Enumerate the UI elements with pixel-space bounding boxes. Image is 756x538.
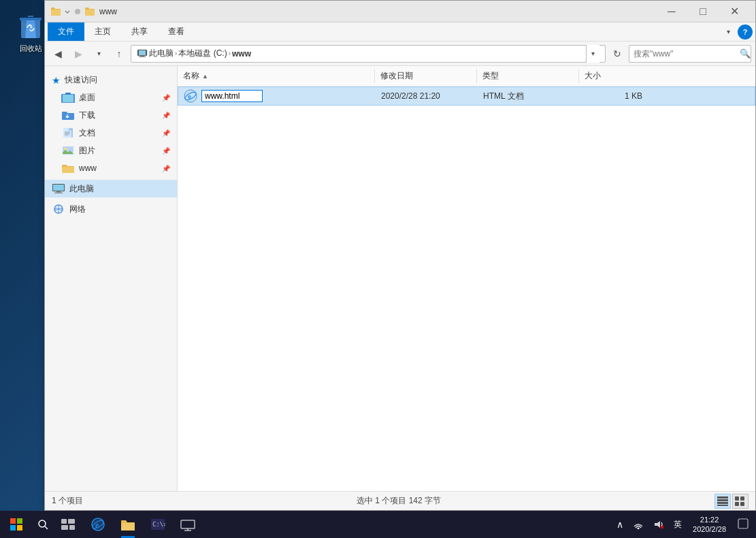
large-icons-view-button[interactable]: [732, 494, 749, 509]
ribbon-tab-home[interactable]: 主页: [84, 22, 121, 41]
main-area: ★ 快速访问 桌面 📌: [45, 66, 755, 491]
svg-rect-45: [68, 519, 75, 524]
sound-icon: [653, 520, 664, 529]
column-modified[interactable]: 修改日期: [375, 69, 477, 83]
tray-chevron-button[interactable]: ∧: [612, 511, 627, 538]
table-row[interactable]: e 2020/2/28 21:20 HTML 文档 1 KB: [178, 86, 755, 106]
close-button[interactable]: ✕: [719, 1, 750, 22]
file-explorer-button[interactable]: [113, 511, 143, 538]
breadcrumb-disk: 本地磁盘 (C:): [178, 48, 227, 59]
documents-icon: [61, 127, 75, 139]
svg-rect-11: [63, 95, 73, 102]
sidebar-item-desktop[interactable]: 桌面 📌: [45, 89, 177, 106]
sidebar-item-www[interactable]: www 📌: [45, 159, 177, 177]
cmd-button[interactable]: C:\>_: [143, 511, 173, 538]
recent-locations-button[interactable]: ▾: [90, 45, 108, 63]
clock-area[interactable]: 21:22 2020/2/28: [687, 515, 732, 535]
svg-rect-21: [53, 185, 64, 191]
title-folder2-icon: [84, 6, 95, 17]
svg-rect-34: [735, 496, 739, 501]
ribbon-tab-share[interactable]: 共享: [121, 22, 158, 41]
details-view-button[interactable]: [714, 494, 731, 509]
svg-rect-8: [140, 56, 144, 57]
ribbon-tab-view[interactable]: 查看: [158, 22, 195, 41]
start-button[interactable]: [0, 511, 33, 538]
sidebar-www-label: www: [79, 163, 97, 173]
network-icon: [52, 203, 65, 215]
items-count: 1 个项目: [52, 495, 83, 507]
svg-text:e: e: [95, 522, 99, 529]
search-icon: [37, 519, 48, 530]
forward-button[interactable]: ▶: [69, 45, 87, 63]
minimize-button[interactable]: ─: [656, 1, 687, 22]
back-button[interactable]: ◀: [49, 45, 67, 63]
refresh-button[interactable]: ↻: [608, 45, 626, 63]
title-icons: [50, 6, 95, 17]
tray-sound-button[interactable]: [649, 511, 668, 538]
ribbon-expand-area: ▾ ?: [720, 25, 753, 39]
svg-rect-30: [717, 496, 728, 499]
clock-date: 2020/2/28: [693, 524, 726, 534]
sidebar-item-documents[interactable]: 文档 📌: [45, 124, 177, 142]
column-size[interactable]: 大小: [579, 69, 647, 83]
svg-rect-3: [51, 10, 61, 16]
column-name[interactable]: 名称 ▲: [178, 69, 375, 83]
file-size-cell: 1 KB: [580, 90, 648, 102]
sidebar-desktop-label: 桌面: [79, 92, 95, 104]
notification-button[interactable]: [733, 511, 753, 538]
ie-icon: e: [91, 517, 105, 532]
svg-rect-22: [56, 191, 61, 193]
pin-icon-pictures: 📌: [162, 147, 170, 155]
maximize-button[interactable]: □: [687, 1, 719, 22]
windows-logo-icon: [10, 518, 23, 531]
up-button[interactable]: ↑: [110, 45, 128, 63]
title-bar: www ─ □ ✕: [45, 1, 755, 22]
tray-language-button[interactable]: 英: [670, 511, 686, 538]
tray-network-button[interactable]: [629, 511, 648, 538]
search-input[interactable]: [629, 49, 740, 59]
column-type[interactable]: 类型: [477, 69, 579, 83]
address-dropdown-button[interactable]: ▾: [586, 45, 599, 63]
sidebar-item-this-pc[interactable]: 此电脑: [45, 180, 177, 197]
ribbon-expand-button[interactable]: ▾: [720, 25, 736, 39]
svg-rect-37: [740, 502, 744, 506]
chevron-up-icon: ∧: [617, 519, 623, 530]
address-input-box[interactable]: 此电脑 › 本地磁盘 (C:) › www ▾: [131, 45, 606, 63]
pin-icon-www: 📌: [162, 165, 170, 172]
clock-time: 21:22: [700, 515, 719, 524]
svg-rect-55: [181, 520, 195, 528]
ribbon-tab-file[interactable]: 文件: [48, 22, 84, 41]
svg-rect-52: [121, 523, 135, 531]
sidebar-item-network[interactable]: 网络: [45, 200, 177, 218]
sidebar-item-pictures[interactable]: 图片 📌: [45, 142, 177, 159]
status-bar: 1 个项目 选中 1 个项目 142 字节: [45, 491, 755, 510]
this-pc-section: 此电脑: [45, 180, 177, 197]
breadcrumb-sep2: ›: [229, 50, 231, 57]
ie-button[interactable]: e: [83, 511, 113, 538]
www-folder-icon: [61, 162, 75, 174]
svg-rect-5: [85, 10, 95, 16]
network-taskbar-icon: [180, 517, 195, 532]
search-button[interactable]: 🔍: [740, 45, 751, 63]
task-view-button[interactable]: [53, 511, 83, 538]
sidebar-item-download[interactable]: 下载 📌: [45, 106, 177, 124]
svg-rect-9: [139, 57, 146, 57]
svg-rect-36: [735, 502, 739, 506]
filename-input[interactable]: [201, 90, 263, 102]
task-view-icon: [61, 519, 75, 530]
title-pin-icon: [73, 7, 82, 16]
sidebar-pictures-label: 图片: [79, 145, 95, 157]
sidebar-quick-access-header[interactable]: ★ 快速访问: [45, 72, 177, 89]
desktop-folder-icon: [61, 91, 75, 104]
taskbar-search-button[interactable]: [33, 511, 53, 538]
network-button[interactable]: [173, 511, 203, 538]
this-pc-icon: [52, 183, 65, 195]
search-box[interactable]: 🔍: [629, 45, 751, 63]
quick-access-section: ★ 快速访问 桌面 📌: [45, 72, 177, 177]
svg-text:C:\>_: C:\>_: [152, 521, 165, 528]
large-icons-view-icon: [735, 496, 746, 506]
help-button[interactable]: ?: [738, 25, 753, 39]
sidebar-this-pc-label: 此电脑: [69, 183, 94, 195]
html-file-icon: e: [184, 90, 197, 102]
svg-line-43: [45, 526, 48, 529]
